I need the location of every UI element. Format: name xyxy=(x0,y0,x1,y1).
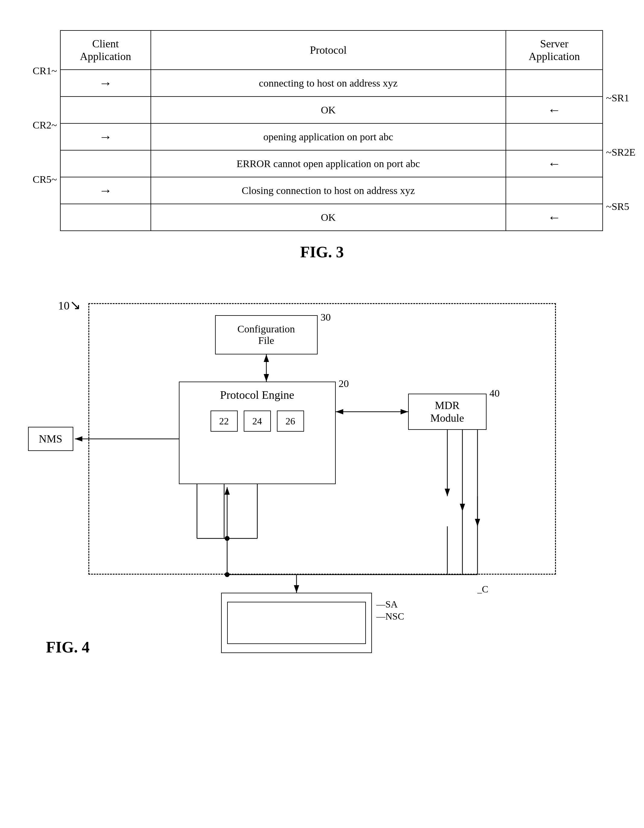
nms-box: NMS xyxy=(28,427,73,451)
fig4-section: 10↘ NMS Configuration File 30 Protocol E… xyxy=(24,291,620,668)
label-cr2-right xyxy=(606,111,636,139)
table-row: → opening application on port abc xyxy=(60,123,603,150)
protocol-sub-boxes: 22 24 26 xyxy=(179,411,335,432)
label-10: 10↘ xyxy=(58,297,81,313)
label-SA: —SA xyxy=(376,599,398,610)
label-sr2e-left xyxy=(33,139,57,166)
label-cr1: CR1~ xyxy=(33,57,57,85)
client-arrow-sr2e xyxy=(60,150,151,177)
sub-box-22: 22 xyxy=(210,411,238,432)
fig4-diagram: 10↘ NMS Configuration File 30 Protocol E… xyxy=(28,291,616,668)
protocol-text-sr1: OK xyxy=(151,97,506,123)
label-30: 30 xyxy=(321,312,331,323)
label-NSC: —NSC xyxy=(376,611,404,622)
fig3-section: CR1~ CR2~ CR5~ ClientApplication Protoco… xyxy=(24,30,620,261)
sub-box-24: 24 xyxy=(244,411,271,432)
server-arrow-sr5: ← xyxy=(506,204,603,231)
label-sr1: ~SR1 xyxy=(606,85,636,111)
fig3-table: ClientApplication Protocol ServerApplica… xyxy=(60,30,603,231)
protocol-text-sr5: OK xyxy=(151,204,506,231)
protocol-text-sr2e: ERROR cannot open application on port ab… xyxy=(151,150,506,177)
sa-inner-box xyxy=(227,602,366,644)
protocol-text-cr5: Closing connection to host on address xy… xyxy=(151,177,506,204)
config-file-box: Configuration File xyxy=(215,315,318,354)
table-row: OK ← xyxy=(60,97,603,123)
sub-box-26: 26 xyxy=(277,411,304,432)
protocol-engine-box: Protocol Engine 22 24 26 xyxy=(179,381,336,484)
header-client: ClientApplication xyxy=(60,30,151,70)
label-cr2: CR2~ xyxy=(33,111,57,139)
server-arrow-cr2 xyxy=(506,123,603,150)
label-20: 20 xyxy=(339,378,349,389)
server-arrow-sr1: ← xyxy=(506,97,603,123)
mdr-module-box: MDR Module xyxy=(408,394,487,430)
label-cr1-right xyxy=(606,57,636,85)
label-sr5: ~SR5 xyxy=(606,193,636,220)
protocol-engine-title: Protocol Engine xyxy=(179,388,335,401)
table-row: OK ← xyxy=(60,204,603,231)
protocol-text-cr1: connecting to host on address xyz xyxy=(151,70,506,97)
label-C: _C xyxy=(478,584,488,595)
protocol-text-cr2: opening application on port abc xyxy=(151,123,506,150)
fig3-left-labels: CR1~ CR2~ CR5~ xyxy=(33,57,57,220)
server-arrow-sr2e: ← xyxy=(506,150,603,177)
fig3-table-wrapper: CR1~ CR2~ CR5~ ClientApplication Protoco… xyxy=(33,30,636,231)
label-cr5: CR5~ xyxy=(33,166,57,193)
client-arrow-cr2: → xyxy=(60,123,151,150)
table-row: → Closing connection to host on address … xyxy=(60,177,603,204)
label-40: 40 xyxy=(490,387,500,399)
label-sr2e: ~SR2E xyxy=(606,139,636,166)
label-sr1-left xyxy=(33,85,57,111)
fig3-caption: FIG. 3 xyxy=(300,243,343,261)
client-arrow-sr5 xyxy=(60,204,151,231)
server-arrow-cr5 xyxy=(506,177,603,204)
table-header-row: ClientApplication Protocol ServerApplica… xyxy=(60,30,603,70)
header-server: ServerApplication xyxy=(506,30,603,70)
table-row: ERROR cannot open application on port ab… xyxy=(60,150,603,177)
client-arrow-cr5: → xyxy=(60,177,151,204)
client-arrow-cr1: → xyxy=(60,70,151,97)
client-arrow-sr1 xyxy=(60,97,151,123)
fig4-caption: FIG. 4 xyxy=(46,638,89,656)
fig3-right-labels: ~SR1 ~SR2E ~SR5 xyxy=(606,57,636,220)
label-sr5-left xyxy=(33,193,57,220)
server-arrow-cr1 xyxy=(506,70,603,97)
header-protocol: Protocol xyxy=(151,30,506,70)
table-row: → connecting to host on address xyz xyxy=(60,70,603,97)
label-cr5-right xyxy=(606,166,636,193)
